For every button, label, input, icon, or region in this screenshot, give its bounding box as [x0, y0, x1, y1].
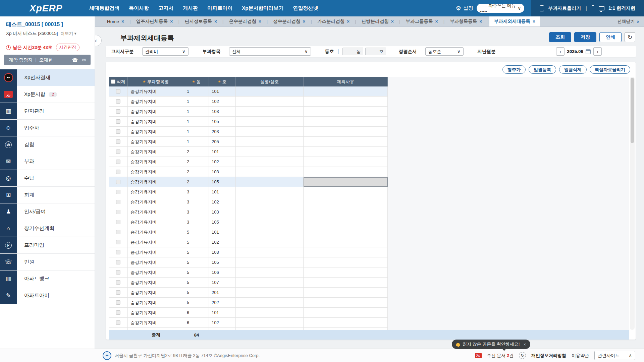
- delete-cell[interactable]: [109, 117, 128, 126]
- row-checkbox[interactable]: [116, 160, 120, 164]
- scrollbar-thumb[interactable]: [631, 78, 634, 143]
- table-row[interactable]: 승강기유지비2105: [109, 177, 388, 187]
- ho-cell[interactable]: 102: [209, 318, 236, 327]
- row-checkbox[interactable]: [116, 270, 120, 275]
- delete-cell[interactable]: [109, 247, 128, 257]
- tab[interactable]: 단지정보등록×: [180, 16, 222, 26]
- dong-cell[interactable]: 2: [184, 177, 209, 187]
- table-action-button[interactable]: 일괄등록: [529, 65, 556, 74]
- sidebar-item[interactable]: ▥아파트뱅크: [0, 270, 95, 287]
- name-cell[interactable]: [236, 308, 304, 317]
- ho-cell[interactable]: 101: [209, 308, 236, 317]
- name-cell[interactable]: [236, 177, 304, 187]
- reason-cell[interactable]: [304, 86, 388, 96]
- reason-cell[interactable]: [304, 147, 388, 157]
- table-action-button[interactable]: 행추가: [502, 65, 526, 74]
- reason-cell[interactable]: [304, 117, 388, 126]
- sidebar-item[interactable]: XpXp문서함2: [0, 86, 95, 103]
- terms-link[interactable]: 이용약관: [572, 353, 589, 359]
- row-checkbox[interactable]: [116, 89, 120, 94]
- name-cell[interactable]: [236, 187, 304, 197]
- item-cell[interactable]: 승강기유지비: [128, 217, 184, 227]
- table-row[interactable]: 승강기유지비3101: [109, 187, 388, 197]
- ho-cell[interactable]: 102: [209, 97, 236, 106]
- reason-cell[interactable]: [304, 278, 388, 287]
- column-header[interactable]: ★동: [184, 77, 209, 86]
- table-row[interactable]: 승강기유지비6101: [109, 308, 388, 318]
- save-button[interactable]: 저장: [574, 32, 596, 42]
- table-row[interactable]: 승강기유지비1103: [109, 107, 388, 117]
- name-cell[interactable]: [236, 97, 304, 106]
- sidebar-item[interactable]: ♟인사/급여: [0, 203, 95, 220]
- table-row[interactable]: 승강기유지비5105: [109, 257, 388, 267]
- tab-close-icon[interactable]: ×: [391, 19, 394, 24]
- dong-cell[interactable]: 5: [184, 267, 209, 277]
- next-month-button[interactable]: ›: [593, 47, 602, 56]
- item-cell[interactable]: 승강기유지비: [128, 197, 184, 207]
- calendar-icon[interactable]: [586, 49, 591, 54]
- name-cell[interactable]: [236, 207, 304, 217]
- name-cell[interactable]: [236, 107, 304, 116]
- charge-item-select[interactable]: 전체∨: [229, 47, 311, 56]
- dong-cell[interactable]: 1: [184, 127, 209, 136]
- name-cell[interactable]: [236, 318, 304, 327]
- sidebar-item[interactable]: P프리미엄: [0, 237, 95, 254]
- dong-cell[interactable]: 2: [184, 157, 209, 167]
- privacy-link[interactable]: 개인정보처리방침: [531, 353, 566, 359]
- name-cell[interactable]: [236, 147, 304, 157]
- delete-cell[interactable]: [109, 257, 128, 267]
- tab-close-icon[interactable]: ×: [170, 19, 173, 24]
- gear-icon[interactable]: ⚙: [456, 5, 461, 12]
- ho-input[interactable]: 호: [365, 48, 386, 55]
- select-all-checkbox[interactable]: [111, 79, 115, 84]
- tab[interactable]: 가스분리검침×: [313, 16, 354, 26]
- vertical-scrollbar[interactable]: [630, 77, 635, 330]
- reason-cell[interactable]: [304, 207, 388, 217]
- tab[interactable]: 부과제외세대등록×: [489, 16, 540, 26]
- item-cell[interactable]: 승강기유지비: [128, 167, 184, 177]
- item-cell[interactable]: 승강기유지비: [128, 107, 184, 116]
- sidebar-item[interactable]: ✒Xp전자결재: [0, 69, 95, 86]
- name-cell[interactable]: [236, 197, 304, 207]
- tab-close-icon[interactable]: ×: [533, 19, 535, 24]
- dong-cell[interactable]: 3: [184, 187, 209, 197]
- delete-cell[interactable]: [109, 127, 128, 136]
- row-checkbox[interactable]: [116, 99, 120, 104]
- dong-cell[interactable]: 1: [184, 97, 209, 106]
- dong-cell[interactable]: 5: [184, 298, 209, 307]
- dong-cell[interactable]: 5: [184, 237, 209, 247]
- item-cell[interactable]: 승강기유지비: [128, 86, 184, 96]
- item-cell[interactable]: 승강기유지비: [128, 237, 184, 247]
- tab-close-icon[interactable]: ×: [479, 19, 482, 24]
- row-checkbox[interactable]: [116, 129, 120, 134]
- delete-cell[interactable]: [109, 278, 128, 287]
- name-cell[interactable]: [236, 247, 304, 257]
- reason-cell[interactable]: [304, 257, 388, 267]
- delete-cell[interactable]: [109, 267, 128, 277]
- reason-cell[interactable]: [304, 267, 388, 277]
- reason-cell[interactable]: [304, 308, 388, 317]
- item-cell[interactable]: 승강기유지비: [128, 187, 184, 197]
- extend-time-button[interactable]: 시간연장: [56, 44, 79, 51]
- table-row[interactable]: 승강기유지비5107: [109, 278, 388, 288]
- reason-cell[interactable]: [304, 237, 388, 247]
- inbox-mail-icon[interactable]: Xp: [475, 353, 482, 358]
- table-row[interactable]: 승강기유지비1203: [109, 127, 388, 137]
- reason-cell[interactable]: [304, 97, 388, 106]
- dong-cell[interactable]: 5: [184, 227, 209, 237]
- table-row[interactable]: 승강기유지비1205: [109, 137, 388, 147]
- more-link[interactable]: 더보기 ▾: [61, 31, 76, 37]
- name-cell[interactable]: [236, 237, 304, 247]
- name-cell[interactable]: [236, 167, 304, 177]
- table-row[interactable]: 승강기유지비1101: [109, 86, 388, 97]
- item-cell[interactable]: 승강기유지비: [128, 147, 184, 157]
- ho-cell[interactable]: 101: [209, 187, 236, 197]
- row-checkbox[interactable]: [116, 190, 120, 194]
- row-checkbox[interactable]: [116, 109, 120, 114]
- name-cell[interactable]: [236, 127, 304, 136]
- name-cell[interactable]: [236, 267, 304, 277]
- item-cell[interactable]: 승강기유지비: [128, 298, 184, 307]
- item-cell[interactable]: 승강기유지비: [128, 278, 184, 287]
- delete-cell[interactable]: [109, 197, 128, 207]
- reason-cell[interactable]: [304, 288, 388, 297]
